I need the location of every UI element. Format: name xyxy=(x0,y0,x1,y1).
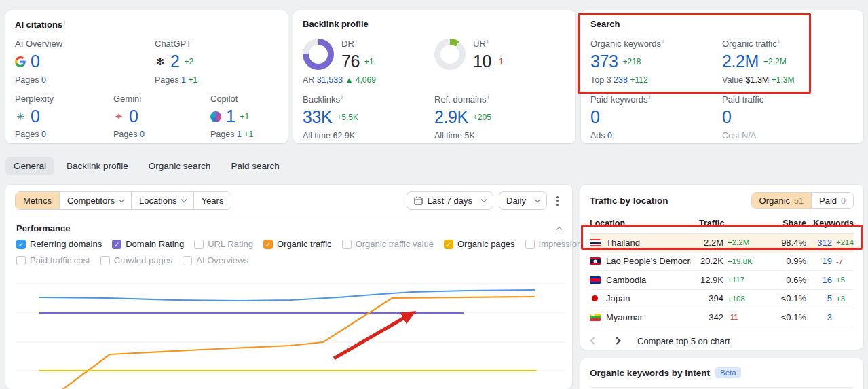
metric-label: Paid traffic cost xyxy=(30,255,90,265)
keywords-count[interactable]: 3 xyxy=(806,312,832,322)
pages-count[interactable]: 0 xyxy=(41,75,46,85)
laos-flag xyxy=(590,257,601,265)
location-row-cambodia[interactable]: Cambodia12.9K+1170.6%16+5 xyxy=(590,271,854,290)
info-icon: i xyxy=(487,38,489,45)
ai-citation-count[interactable]: 0 xyxy=(129,107,138,126)
traffic-change: +19.8K xyxy=(723,257,763,265)
toggle-label: Organic xyxy=(759,196,791,206)
alltime-value: 5K xyxy=(464,131,474,141)
card-title-backlink-profile: Backlink profile xyxy=(303,19,566,29)
segment-metrics[interactable]: Metrics xyxy=(16,192,59,209)
next-page-icon[interactable] xyxy=(613,337,620,344)
segment-locations[interactable]: Locations xyxy=(131,192,193,209)
backlinks-value[interactable]: 33K xyxy=(303,108,332,127)
checkbox-icon xyxy=(16,256,26,265)
prev-page-icon[interactable] xyxy=(590,337,597,344)
keywords-change: +214 xyxy=(832,238,854,246)
location-row-myanmar[interactable]: ★Myanmar342-11<0.1%3 xyxy=(590,308,854,327)
metric-checkbox-impressions[interactable]: Impressions xyxy=(525,239,586,249)
traffic-value: 2.2M xyxy=(691,238,723,248)
traffic-by-location-title: Traffic by location xyxy=(590,196,668,206)
paid-traffic-value[interactable]: 0 xyxy=(722,108,732,127)
collapse-chevron-icon[interactable] xyxy=(556,227,562,232)
metric-checkbox-ai-overviews[interactable]: AI Overviews xyxy=(183,255,248,265)
segment-competitors[interactable]: Competitors xyxy=(59,192,131,209)
segment-label: Locations xyxy=(139,196,177,206)
date-range-dropdown[interactable]: Last 7 days xyxy=(407,191,494,210)
traffic-change: +117 xyxy=(723,276,763,284)
metric-label: URL Rating xyxy=(208,239,253,249)
intent-title: Organic keywords by intent xyxy=(590,368,710,378)
location-name: Japan xyxy=(606,293,691,303)
column-share[interactable]: Share xyxy=(763,219,806,228)
ur-donut xyxy=(434,39,466,70)
location-row-laos[interactable]: Lao People's Democratic Reput20.2K+19.8K… xyxy=(590,253,854,272)
checkbox-icon xyxy=(525,240,535,249)
ai-citation-count[interactable]: 0 xyxy=(31,52,40,71)
ai-citation-count[interactable]: 0 xyxy=(31,107,40,126)
column-traffic[interactable]: Traffic xyxy=(691,219,763,228)
location-table-header: Location Traffic Share Keywords xyxy=(590,215,854,234)
segment-label: Metrics xyxy=(23,196,52,206)
ref-domains-value[interactable]: 2.9K xyxy=(434,108,468,127)
top3-value[interactable]: 238 xyxy=(614,75,628,85)
pages-count[interactable]: 0 xyxy=(140,130,145,139)
segment-years[interactable]: Years xyxy=(193,192,231,209)
value-change: +1.3M xyxy=(772,75,795,85)
chevron-down-icon xyxy=(181,197,186,202)
calendar-icon xyxy=(414,196,423,205)
metric-checkbox-domain-rating[interactable]: ✓Domain Rating xyxy=(112,239,184,249)
ai-citation-count[interactable]: 2 xyxy=(170,52,180,71)
column-location[interactable]: Location xyxy=(590,219,691,228)
backlinks-alltime: All time 62.9K xyxy=(303,131,434,141)
location-row-japan[interactable]: Japan394+108<0.1%5+3 xyxy=(590,290,854,309)
metric-checkbox-paid-traffic-cost[interactable]: Paid traffic cost xyxy=(16,255,90,265)
organic-traffic-block: Organic traffici 2.2M+2.2M Value $1.3M +… xyxy=(722,38,854,85)
ar-value[interactable]: 31,533 xyxy=(317,75,343,85)
toggle-label: Paid xyxy=(819,196,837,206)
toggle-paid[interactable]: Paid0 xyxy=(811,193,853,208)
toggle-organic[interactable]: Organic51 xyxy=(752,193,811,208)
location-row-thailand[interactable]: Thailand2.2M+2.2M98.4%312+214 xyxy=(590,234,854,253)
tab-general[interactable]: General xyxy=(5,157,54,175)
pages-count[interactable]: 1 xyxy=(237,130,242,139)
keywords-count[interactable]: 5 xyxy=(806,293,832,303)
metric-checkbox-url-rating[interactable]: URL Rating xyxy=(194,239,253,249)
keywords-count[interactable]: 312 xyxy=(806,238,832,248)
pages-count[interactable]: 0 xyxy=(41,130,46,139)
metric-checkbox-organic-traffic-value[interactable]: Organic traffic value xyxy=(342,239,434,249)
pages-line: Pages 0 xyxy=(113,130,210,139)
change-badge: +1 xyxy=(240,112,250,122)
more-options-kebab[interactable] xyxy=(552,192,563,210)
info-icon: i xyxy=(778,38,780,45)
info-icon: i xyxy=(341,94,343,100)
compare-top5-link[interactable]: Compare top 5 on chart xyxy=(637,336,730,346)
view-segmented-control: Metrics Competitors Locations Years xyxy=(15,191,231,210)
dr-donut xyxy=(303,39,334,70)
keywords-count[interactable]: 19 xyxy=(806,256,832,266)
metric-label: Crawled pages xyxy=(114,255,173,265)
myanmar-flag: ★ xyxy=(590,314,601,321)
tab-backlink-profile[interactable]: Backlink profile xyxy=(58,157,136,175)
paid-keywords-value[interactable]: 0 xyxy=(590,108,600,127)
card-title-ai-citations: AI citationsi xyxy=(15,19,278,30)
keywords-count[interactable]: 16 xyxy=(806,275,832,285)
organic-traffic-value[interactable]: 2.2M xyxy=(722,52,759,71)
pages-count[interactable]: 1 xyxy=(181,75,186,85)
chevron-down-icon xyxy=(535,197,540,202)
ai-citation-count[interactable]: 1 xyxy=(226,107,235,126)
organic-keywords-value[interactable]: 373 xyxy=(590,52,618,71)
ads-value[interactable]: 0 xyxy=(607,131,612,141)
metric-checkbox-referring-domains[interactable]: ✓Referring domains xyxy=(16,239,102,249)
change-badge: +1 xyxy=(244,130,253,139)
metric-checkbox-crawled-pages[interactable]: Crawled pages xyxy=(100,255,173,265)
tab-organic-search[interactable]: Organic search xyxy=(140,157,219,175)
tab-paid-search[interactable]: Paid search xyxy=(223,157,287,175)
metric-checkbox-organic-pages[interactable]: ✓Organic pages xyxy=(444,239,515,249)
column-keywords[interactable]: Keywords xyxy=(806,219,854,228)
ai-citation-ai-overview: AI Overview0Pages 0 xyxy=(15,39,155,85)
metric-label: Organic traffic value xyxy=(356,239,434,249)
ref-domains-alltime: All time 5K xyxy=(434,131,566,141)
metric-checkbox-organic-traffic[interactable]: ✓Organic traffic xyxy=(263,239,332,249)
granularity-dropdown[interactable]: Daily xyxy=(499,191,547,210)
